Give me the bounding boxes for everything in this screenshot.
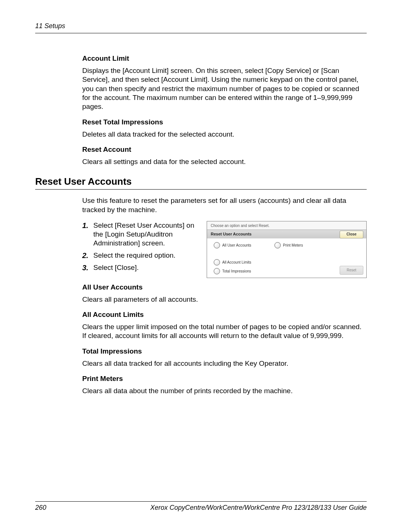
heading-all-user-accounts: All User Accounts: [82, 283, 367, 291]
screenshot-hint: Choose an option and select Reset.: [211, 224, 269, 228]
heading-print-meters: Print Meters: [82, 375, 367, 383]
radio-label: Print Meters: [283, 243, 303, 247]
step-row: 1. Select [Reset User Accounts] on the […: [82, 221, 201, 248]
radio-label: All Account Limits: [222, 260, 251, 264]
radio-icon: [214, 259, 220, 265]
body-print-meters: Clears all data about the number of prin…: [82, 387, 367, 395]
radio-total-impressions[interactable]: Total Impressions: [214, 268, 251, 274]
radio-icon: [214, 242, 220, 248]
screenshot-body: All User Accounts Print Meters All Accou…: [207, 238, 366, 278]
step-number: 3.: [82, 263, 93, 273]
book-title: Xerox CopyCentre/WorkCentre/WorkCentre P…: [150, 504, 367, 512]
section-rule: [35, 189, 367, 190]
body-reset-account: Clears all settings and data for the sel…: [82, 157, 367, 166]
step-row: 3. Select [Close].: [82, 263, 201, 273]
step-row: 2. Select the required option.: [82, 251, 201, 261]
heading-total-impressions: Total Impressions: [82, 347, 367, 355]
page-number: 260: [35, 504, 46, 512]
steps-list: 1. Select [Reset User Accounts] on the […: [82, 221, 201, 276]
body-account-limit: Displays the [Account Limit] screen. On …: [82, 66, 367, 111]
screenshot-titlebar: Reset User Accounts Close: [207, 230, 366, 239]
step-text: Select the required option.: [93, 251, 176, 260]
body-reset-total-impressions: Deletes all data tracked for the selecte…: [82, 130, 367, 139]
heading-reset-total-impressions: Reset Total Impressions: [82, 118, 367, 126]
reset-button[interactable]: Reset: [340, 266, 363, 275]
running-header: 11 Setups: [35, 22, 367, 30]
embedded-device-screenshot: Choose an option and select Reset. Reset…: [207, 221, 367, 278]
heading-all-account-limits: All Account Limits: [82, 311, 367, 319]
step-text: Select [Close].: [93, 263, 139, 272]
section-heading-reset-user-accounts: Reset User Accounts: [35, 176, 367, 187]
radio-label: All User Accounts: [222, 243, 251, 247]
body-total-impressions: Clears all data tracked for all accounts…: [82, 359, 367, 368]
footer-rule: [35, 501, 367, 502]
radio-label: Total Impressions: [222, 269, 251, 273]
close-button[interactable]: Close: [340, 231, 363, 238]
radio-all-account-limits[interactable]: All Account Limits: [214, 259, 251, 265]
radio-icon: [274, 242, 281, 248]
radio-print-meters[interactable]: Print Meters: [274, 242, 303, 248]
radio-all-user-accounts[interactable]: All User Accounts: [214, 242, 251, 248]
radio-icon: [214, 268, 220, 274]
header-rule: [35, 33, 367, 33]
body-all-account-limits: Clears the upper limit imposed on the to…: [82, 322, 367, 341]
footer-row: 260 Xerox CopyCentre/WorkCentre/WorkCent…: [35, 504, 367, 512]
screenshot-title: Reset User Accounts: [211, 232, 251, 236]
step-text: Select [Reset User Accounts] on the [Log…: [93, 221, 201, 248]
heading-reset-account: Reset Account: [82, 145, 367, 154]
step-number: 2.: [82, 251, 93, 261]
body-all-user-accounts: Clears all parameters of all accounts.: [82, 295, 367, 304]
intro-reset-user-accounts: Use this feature to reset the parameters…: [82, 196, 367, 214]
heading-account-limit: Account Limit: [82, 54, 367, 63]
step-number: 1.: [82, 221, 93, 231]
